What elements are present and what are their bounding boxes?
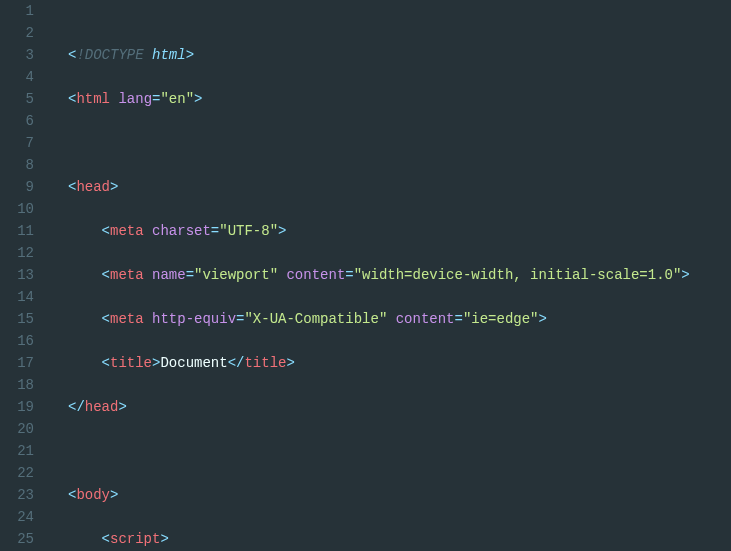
code-line	[68, 132, 731, 154]
line-number: 15	[0, 308, 34, 330]
str: "width=device-width, initial-scale=1.0"	[354, 267, 682, 283]
code-line: <meta http-equiv="X-UA-Compatible" conte…	[68, 308, 731, 330]
tag-meta: meta	[110, 223, 144, 239]
angle: <	[102, 311, 110, 327]
angle: >	[286, 355, 294, 371]
angle: >	[160, 531, 168, 547]
tag-script: script	[110, 531, 160, 547]
code-line: <html lang="en">	[68, 88, 731, 110]
tag-meta: meta	[110, 267, 144, 283]
tag-head: head	[76, 179, 110, 195]
line-number: 14	[0, 286, 34, 308]
eq: =	[186, 267, 194, 283]
angle-close: >	[186, 47, 194, 63]
str: "X-UA-Compatible"	[244, 311, 387, 327]
angle: <	[102, 355, 110, 371]
attr: content	[286, 267, 345, 283]
str: "ie=edge"	[463, 311, 539, 327]
line-number: 18	[0, 374, 34, 396]
code-line: <title>Document</title>	[68, 352, 731, 374]
angle: >	[110, 487, 118, 503]
tag-html: html	[76, 91, 110, 107]
code-line: <meta name="viewport" content="width=dev…	[68, 264, 731, 286]
line-number: 1	[0, 0, 34, 22]
attr: charset	[152, 223, 211, 239]
line-number: 11	[0, 220, 34, 242]
eq: =	[345, 267, 353, 283]
line-number: 6	[0, 110, 34, 132]
title-text: Document	[160, 355, 227, 371]
line-number: 9	[0, 176, 34, 198]
code-line: <meta charset="UTF-8">	[68, 220, 731, 242]
code-line: <body>	[68, 484, 731, 506]
str: "en"	[160, 91, 194, 107]
doctype-html: html	[152, 47, 186, 63]
str: "viewport"	[194, 267, 278, 283]
line-number: 17	[0, 352, 34, 374]
angle: >	[110, 179, 118, 195]
attr: lang	[118, 91, 152, 107]
angle: >	[194, 91, 202, 107]
eq: =	[211, 223, 219, 239]
code-line: <head>	[68, 176, 731, 198]
line-number: 20	[0, 418, 34, 440]
attr: name	[152, 267, 186, 283]
doctype-decl: !DOCTYPE	[76, 47, 143, 63]
code-line: </head>	[68, 396, 731, 418]
tag-meta: meta	[110, 311, 144, 327]
line-number: 3	[0, 44, 34, 66]
angle: <	[228, 355, 236, 371]
sp	[144, 47, 152, 63]
line-number: 19	[0, 396, 34, 418]
eq: =	[455, 311, 463, 327]
tag-head: head	[85, 399, 119, 415]
attr: content	[396, 311, 455, 327]
line-number: 16	[0, 330, 34, 352]
line-number: 2	[0, 22, 34, 44]
line-number: 5	[0, 88, 34, 110]
line-number: 13	[0, 264, 34, 286]
line-number: 23	[0, 484, 34, 506]
tag-body: body	[76, 487, 110, 503]
tag-title: title	[110, 355, 152, 371]
angle: <	[102, 267, 110, 283]
line-number: 21	[0, 440, 34, 462]
tag-title: title	[244, 355, 286, 371]
line-number-gutter: 1234567891011121314151617181920212223242…	[0, 0, 52, 551]
attr: http-equiv	[152, 311, 236, 327]
line-number: 4	[0, 66, 34, 88]
line-number: 24	[0, 506, 34, 528]
angle: >	[681, 267, 689, 283]
angle: <	[102, 531, 110, 547]
line-number: 25	[0, 528, 34, 550]
code-line: <script>	[68, 528, 731, 550]
str: "UTF-8"	[219, 223, 278, 239]
angle: >	[539, 311, 547, 327]
angle: >	[118, 399, 126, 415]
line-number: 8	[0, 154, 34, 176]
line-number: 12	[0, 242, 34, 264]
angle: <	[102, 223, 110, 239]
slash: /	[76, 399, 84, 415]
angle: >	[278, 223, 286, 239]
code-line	[68, 440, 731, 462]
code-editor-content[interactable]: <!DOCTYPE html> <html lang="en"> <head> …	[52, 0, 731, 551]
line-number: 7	[0, 132, 34, 154]
line-number: 22	[0, 462, 34, 484]
line-number: 10	[0, 198, 34, 220]
code-line: <!DOCTYPE html>	[68, 44, 731, 66]
